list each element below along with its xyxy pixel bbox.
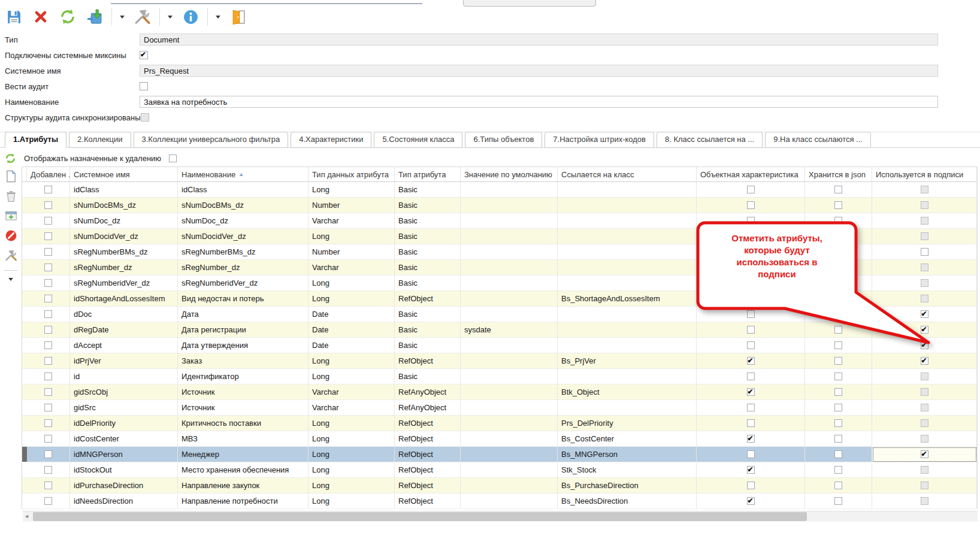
stored-in-json-checkbox[interactable] bbox=[834, 310, 842, 318]
cancel-button[interactable] bbox=[31, 6, 51, 28]
stored-in-json-checkbox[interactable] bbox=[834, 248, 842, 256]
stored-in-json-checkbox[interactable] bbox=[834, 373, 842, 380]
added-checkbox[interactable] bbox=[44, 232, 52, 240]
refresh-grid-icon[interactable] bbox=[5, 153, 16, 164]
stored-in-json-checkbox[interactable] bbox=[834, 326, 842, 334]
stored-in-json-checkbox[interactable] bbox=[834, 497, 842, 505]
object-characteristic-checkbox[interactable] bbox=[747, 497, 755, 505]
stored-in-json-checkbox[interactable] bbox=[834, 201, 842, 209]
table-row[interactable]: idShortageAndLossesItem Вид недостач и п… bbox=[22, 291, 977, 307]
object-characteristic-checkbox[interactable] bbox=[747, 310, 755, 318]
header-ref-class[interactable]: Ссылается на класс bbox=[558, 167, 697, 182]
table-row[interactable]: idPrjVer Заказ Long RefObject Bs_PrjVer bbox=[22, 353, 977, 369]
added-checkbox[interactable] bbox=[44, 217, 52, 225]
table-row[interactable]: dDoc Дата Date Basic bbox=[22, 307, 977, 322]
table-row[interactable]: idMNGPerson Менеджер Long RefObject Bs_M… bbox=[22, 447, 977, 462]
object-characteristic-checkbox[interactable] bbox=[747, 404, 755, 411]
used-in-signature-checkbox[interactable] bbox=[921, 326, 928, 334]
type-field[interactable]: Document bbox=[140, 34, 938, 46]
object-characteristic-checkbox[interactable] bbox=[747, 248, 755, 256]
used-in-signature-checkbox[interactable] bbox=[921, 357, 928, 365]
tools-gray-icon[interactable] bbox=[5, 249, 17, 262]
import-dropdown-caret[interactable] bbox=[119, 6, 126, 28]
scrollbar-thumb[interactable] bbox=[33, 512, 807, 521]
stored-in-json-checkbox[interactable] bbox=[834, 388, 842, 396]
save-button[interactable] bbox=[4, 6, 24, 28]
added-checkbox[interactable] bbox=[44, 341, 52, 349]
exit-button[interactable] bbox=[228, 6, 249, 28]
added-checkbox[interactable] bbox=[44, 295, 52, 302]
used-in-signature-checkbox[interactable] bbox=[921, 450, 928, 458]
block-icon[interactable] bbox=[5, 229, 17, 242]
object-characteristic-checkbox[interactable] bbox=[747, 482, 755, 489]
stored-in-json-checkbox[interactable] bbox=[834, 186, 842, 193]
system-name-field[interactable]: Prs_Request bbox=[140, 65, 938, 77]
table-row[interactable]: sRegNumberBMs_dz sRegNumberBMs_dz Number… bbox=[22, 244, 977, 260]
added-checkbox[interactable] bbox=[44, 326, 52, 334]
tab-barcode-settings[interactable]: 7.Настройка штрих-кодов bbox=[545, 132, 654, 148]
added-checkbox[interactable] bbox=[44, 186, 52, 193]
rail-more-caret[interactable] bbox=[8, 278, 13, 281]
table-row[interactable]: gidSrc Источник Varchar RefAnyObject bbox=[22, 400, 977, 416]
added-checkbox[interactable] bbox=[44, 264, 52, 271]
added-checkbox[interactable] bbox=[44, 419, 52, 427]
added-checkbox[interactable] bbox=[44, 201, 52, 209]
stored-in-json-checkbox[interactable] bbox=[834, 419, 842, 427]
table-row[interactable]: idCostCenter МВЗ Long RefObject Bs_CostC… bbox=[22, 431, 977, 447]
object-characteristic-checkbox[interactable] bbox=[747, 232, 755, 240]
added-checkbox[interactable] bbox=[44, 482, 52, 489]
info-button[interactable] bbox=[180, 6, 201, 28]
table-row[interactable]: idDelPriority Критичность поставки Long … bbox=[22, 416, 977, 431]
table-row[interactable]: sNumDoc_dz sNumDoc_dz Varchar Basic bbox=[22, 213, 977, 229]
table-row[interactable]: sNumDocidVer_dz sNumDocidVer_dz Long Bas… bbox=[22, 229, 977, 244]
used-in-signature-checkbox[interactable] bbox=[921, 248, 928, 256]
table-row[interactable]: idStockOut Место хранения обеспечения Lo… bbox=[22, 462, 977, 478]
object-characteristic-checkbox[interactable] bbox=[747, 450, 755, 458]
added-checkbox[interactable] bbox=[44, 248, 52, 256]
stored-in-json-checkbox[interactable] bbox=[834, 450, 842, 458]
tools-dropdown-caret[interactable] bbox=[167, 6, 174, 28]
stored-in-json-checkbox[interactable] bbox=[834, 404, 842, 411]
info-dropdown-caret[interactable] bbox=[214, 6, 222, 28]
object-characteristic-checkbox[interactable] bbox=[747, 341, 755, 349]
stored-in-json-checkbox[interactable] bbox=[834, 482, 842, 489]
added-checkbox[interactable] bbox=[44, 373, 52, 380]
table-row[interactable]: sRegNumberidVer_dz sRegNumberidVer_dz Lo… bbox=[22, 275, 977, 291]
stored-in-json-checkbox[interactable] bbox=[834, 279, 842, 287]
header-system-name[interactable]: Системное имя bbox=[70, 167, 178, 182]
tab-referenced-by[interactable]: 9.На класс ссылаются ... bbox=[765, 132, 871, 148]
show-deleted-checkbox[interactable] bbox=[169, 155, 177, 162]
delete-icon[interactable] bbox=[5, 190, 17, 202]
object-characteristic-checkbox[interactable] bbox=[747, 279, 755, 287]
used-in-signature-checkbox[interactable] bbox=[921, 310, 928, 318]
added-checkbox[interactable] bbox=[44, 388, 52, 396]
table-row[interactable]: sRegNumber_dz sRegNumber_dz Varchar Basi… bbox=[22, 260, 977, 275]
table-row[interactable]: idNeedsDirection Направление потребности… bbox=[22, 493, 977, 509]
stored-in-json-checkbox[interactable] bbox=[834, 341, 842, 349]
tab-attributes[interactable]: 1.Атрибуты bbox=[5, 132, 66, 148]
header-stored-in-json[interactable]: Хранится в json bbox=[805, 167, 872, 182]
object-characteristic-checkbox[interactable] bbox=[747, 419, 755, 427]
added-checkbox[interactable] bbox=[44, 357, 52, 365]
tab-universal-filter-collections[interactable]: 3.Коллекции универсального фильтра bbox=[134, 132, 289, 148]
tab-object-types[interactable]: 6.Типы объектов bbox=[465, 132, 542, 148]
object-characteristic-checkbox[interactable] bbox=[747, 326, 755, 334]
used-in-signature-checkbox[interactable] bbox=[921, 341, 928, 349]
table-row[interactable]: sNumDocBMs_dz sNumDocBMs_dz Number Basic bbox=[22, 198, 977, 213]
stored-in-json-checkbox[interactable] bbox=[834, 217, 842, 225]
table-row[interactable]: idPurchaseDirection Направление закупок … bbox=[22, 478, 977, 493]
tab-class-references[interactable]: 8. Класс ссылается на ... bbox=[657, 132, 763, 148]
stored-in-json-checkbox[interactable] bbox=[834, 466, 842, 474]
header-default-value[interactable]: Значение по умолчанию bbox=[461, 167, 558, 182]
added-checkbox[interactable] bbox=[44, 310, 52, 318]
added-checkbox[interactable] bbox=[44, 435, 52, 443]
object-characteristic-checkbox[interactable] bbox=[747, 217, 755, 225]
added-checkbox[interactable] bbox=[44, 279, 52, 287]
header-attr-type[interactable]: Тип атрибута bbox=[395, 167, 461, 182]
table-row[interactable]: dRegDate Дата регистрации Date Basic sys… bbox=[22, 322, 977, 338]
object-characteristic-checkbox[interactable] bbox=[747, 373, 755, 380]
new-document-icon[interactable] bbox=[5, 170, 17, 183]
object-characteristic-checkbox[interactable] bbox=[747, 264, 755, 271]
tab-collections[interactable]: 2.Коллекции bbox=[69, 132, 131, 148]
table-row[interactable]: idClass idClass Long Basic bbox=[22, 182, 977, 198]
